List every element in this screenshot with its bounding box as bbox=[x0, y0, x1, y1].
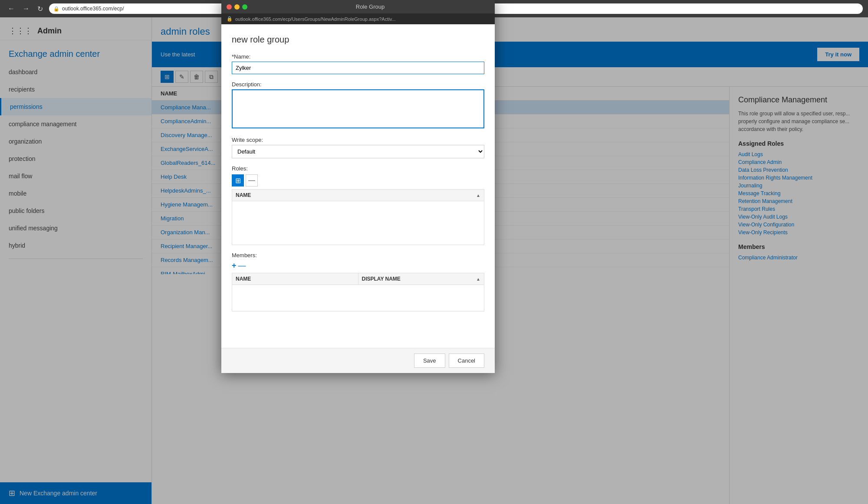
roles-add-button[interactable]: ⊞ bbox=[232, 174, 244, 187]
save-button[interactable]: Save bbox=[414, 353, 445, 368]
members-table: NAME DISPLAY NAME ▲ bbox=[232, 273, 484, 311]
modal-window: Role Group 🔒 outlook.office365.com/ecp/U… bbox=[221, 0, 495, 373]
members-table-header: NAME DISPLAY NAME ▲ bbox=[232, 273, 484, 285]
refresh-button[interactable]: ↻ bbox=[35, 4, 46, 14]
roles-remove-button[interactable]: — bbox=[246, 174, 258, 187]
forward-button[interactable]: → bbox=[20, 4, 32, 13]
description-textarea[interactable] bbox=[232, 89, 484, 128]
roles-add-icon: ⊞ bbox=[235, 177, 241, 185]
back-button[interactable]: ← bbox=[5, 4, 17, 13]
members-sort-icon: ▲ bbox=[476, 277, 480, 281]
description-label: Description: bbox=[232, 81, 484, 88]
modal-url: outlook.office365.com/ecp/UsersGroups/Ne… bbox=[235, 16, 396, 22]
modal-title: Role Group bbox=[251, 3, 490, 10]
members-name-header: NAME bbox=[236, 276, 251, 282]
modal-titlebar: Role Group bbox=[221, 0, 495, 13]
browser-nav[interactable]: ← → ↻ bbox=[5, 4, 46, 14]
members-col-display: DISPLAY NAME ▲ bbox=[358, 273, 484, 285]
name-input[interactable] bbox=[232, 62, 484, 74]
write-scope-select[interactable]: Default Custom bbox=[232, 145, 484, 158]
modal-content: new role group *Name: Description: Write… bbox=[221, 24, 495, 348]
roles-table-header: NAME ▲ bbox=[232, 190, 484, 201]
roles-column-name: NAME bbox=[236, 192, 251, 198]
description-form-group: Description: bbox=[232, 81, 484, 130]
lock-icon: 🔒 bbox=[53, 6, 59, 12]
name-form-group: *Name: bbox=[232, 53, 484, 74]
close-window-button[interactable] bbox=[227, 4, 232, 10]
roles-label: Roles: bbox=[232, 165, 484, 172]
roles-table-body bbox=[232, 201, 484, 245]
members-add-icon: + bbox=[232, 261, 237, 270]
members-label: Members: bbox=[232, 252, 484, 259]
members-remove-button[interactable]: — bbox=[238, 261, 246, 270]
url-text: outlook.office365.com/ecp/ bbox=[62, 6, 124, 12]
write-scope-form-group: Write scope: Default Custom bbox=[232, 137, 484, 158]
minimize-window-button[interactable] bbox=[234, 4, 240, 10]
members-table-body bbox=[232, 285, 484, 311]
members-toolbar: + — bbox=[232, 261, 484, 270]
members-col-name: NAME bbox=[232, 273, 358, 285]
cancel-button[interactable]: Cancel bbox=[449, 353, 484, 368]
modal-heading: new role group bbox=[232, 35, 484, 45]
members-add-button[interactable]: + bbox=[232, 261, 237, 270]
members-display-header: DISPLAY NAME bbox=[362, 276, 401, 282]
members-remove-icon: — bbox=[238, 261, 246, 270]
roles-section: Roles: ⊞ — NAME ▲ bbox=[232, 165, 484, 245]
modal-lock-icon: 🔒 bbox=[227, 16, 233, 22]
roles-toolbar: ⊞ — bbox=[232, 174, 484, 187]
members-section: Members: + — NAME DISPLAY NAME ▲ bbox=[232, 252, 484, 311]
roles-table: NAME ▲ bbox=[232, 189, 484, 245]
modal-address-bar: 🔒 outlook.office365.com/ecp/UsersGroups/… bbox=[221, 13, 495, 24]
roles-sort-icon: ▲ bbox=[476, 193, 480, 198]
traffic-lights bbox=[227, 4, 247, 10]
modal-footer: Save Cancel bbox=[221, 348, 495, 373]
roles-remove-icon: — bbox=[248, 177, 255, 184]
write-scope-label: Write scope: bbox=[232, 137, 484, 143]
name-label: *Name: bbox=[232, 53, 484, 60]
maximize-window-button[interactable] bbox=[242, 4, 247, 10]
